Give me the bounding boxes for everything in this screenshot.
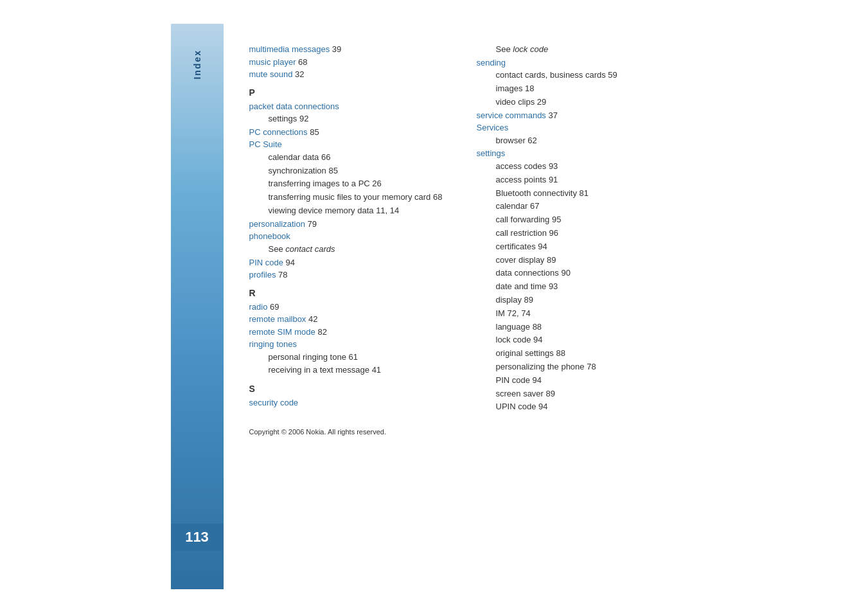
letter-s: S [249, 384, 451, 394]
letter-p: P [249, 87, 451, 98]
sidebar: Index 113 [171, 24, 224, 589]
subitem-synchronization: synchronization 85 [249, 164, 451, 178]
subitem-personal-ringing: personal ringing tone 61 [249, 351, 451, 364]
subitem-screen-saver: screen saver 89 [477, 387, 678, 401]
link-packet-data[interactable]: packet data connections [249, 100, 451, 113]
subitem-upin-code: UPIN code 94 [477, 400, 678, 414]
link-radio[interactable]: radio 69 [249, 301, 451, 314]
see-contact-cards: See contact cards [249, 243, 451, 256]
link-sending[interactable]: sending [477, 57, 678, 69]
see-lock-code: See lock code [477, 43, 678, 57]
subitem-transferring-images: transferring images to a PC 26 [249, 177, 451, 191]
index-label: Index [192, 49, 202, 80]
subitem-cover-display: cover display 89 [477, 254, 678, 267]
link-mute-sound[interactable]: mute sound 32 [249, 68, 451, 81]
subitem-receiving-text: receiving in a text message 41 [249, 364, 451, 377]
link-profiles[interactable]: profiles 78 [249, 269, 451, 281]
link-remote-sim[interactable]: remote SIM mode 82 [249, 326, 451, 339]
content-area: multimedia messages 39 music player 68 m… [224, 24, 698, 589]
copyright-section: Copyright © 2006 Nokia. All rights reser… [249, 427, 678, 436]
subitem-call-forwarding: call forwarding 95 [477, 213, 678, 227]
link-music-player[interactable]: music player 68 [249, 56, 451, 69]
page-number-box: 113 [171, 524, 224, 551]
subitem-images-18: images 18 [477, 82, 678, 96]
subitem-im: IM 72, 74 [477, 307, 678, 321]
page-number: 113 [185, 529, 209, 546]
subitem-certificates: certificates 94 [477, 240, 678, 254]
subitem-bluetooth: Bluetooth connectivity 81 [477, 187, 678, 200]
subitem-settings-92: settings 92 [249, 112, 451, 126]
link-settings[interactable]: settings [477, 147, 678, 160]
subitem-contact-cards-biz: contact cards, business cards 59 [477, 69, 678, 82]
link-personalization[interactable]: personalization 79 [249, 218, 451, 231]
subitem-viewing-device: viewing device memory data 11, 14 [249, 204, 451, 218]
link-phonebook[interactable]: phonebook [249, 230, 451, 243]
subitem-browser: browser 62 [477, 134, 678, 148]
right-column: See lock code sending contact cards, bus… [477, 43, 678, 414]
subitem-calendar-data: calendar data 66 [249, 151, 451, 164]
link-multimedia-messages[interactable]: multimedia messages 39 [249, 43, 451, 56]
subitem-transferring-music: transferring music files to your memory … [249, 191, 451, 204]
subitem-language: language 88 [477, 321, 678, 334]
link-remote-mailbox[interactable]: remote mailbox 42 [249, 313, 451, 326]
subitem-video-clips: video clips 29 [477, 96, 678, 109]
subitem-access-codes: access codes 93 [477, 160, 678, 173]
letter-r: R [249, 288, 451, 298]
link-pc-suite[interactable]: PC Suite [249, 138, 451, 151]
subitem-call-restriction: call restriction 96 [477, 227, 678, 240]
columns: multimedia messages 39 music player 68 m… [249, 43, 678, 414]
subitem-original-settings: original settings 88 [477, 347, 678, 360]
subitem-calendar-67: calendar 67 [477, 200, 678, 213]
link-services[interactable]: Services [477, 121, 678, 134]
page-container: Index 113 multimedia messages 39 music p… [0, 0, 868, 613]
book-page: Index 113 multimedia messages 39 music p… [171, 24, 698, 589]
link-pc-connections[interactable]: PC connections 85 [249, 126, 451, 139]
link-pin-code[interactable]: PIN code 94 [249, 256, 451, 269]
subitem-display-89: display 89 [477, 294, 678, 307]
link-security-code[interactable]: security code [249, 396, 451, 409]
subitem-data-connections: data connections 90 [477, 267, 678, 280]
subitem-access-points: access points 91 [477, 173, 678, 187]
subitem-personalizing-phone: personalizing the phone 78 [477, 360, 678, 374]
link-ringing-tones[interactable]: ringing tones [249, 338, 451, 351]
subitem-pin-code-94: PIN code 94 [477, 374, 678, 387]
copyright-text: Copyright © 2006 Nokia. All rights reser… [249, 428, 387, 436]
left-column: multimedia messages 39 music player 68 m… [249, 43, 451, 414]
subitem-date-time: date and time 93 [477, 280, 678, 294]
link-service-commands[interactable]: service commands 37 [477, 109, 678, 122]
subitem-lock-code-94: lock code 94 [477, 333, 678, 347]
